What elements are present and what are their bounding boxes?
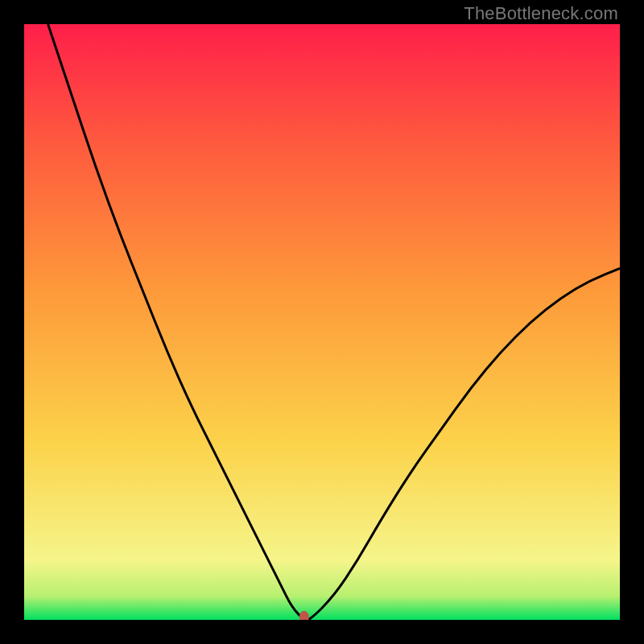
watermark-text: TheBottleneck.com	[464, 3, 618, 24]
plot-area	[24, 24, 620, 620]
chart-frame: TheBottleneck.com	[0, 0, 644, 644]
chart-svg	[24, 24, 620, 620]
